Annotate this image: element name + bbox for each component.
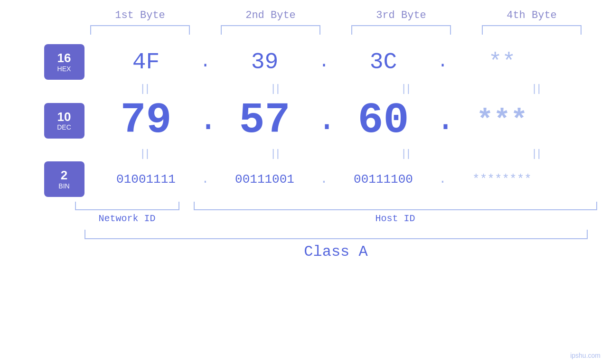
dec-byte4-cell: *** bbox=[450, 104, 554, 137]
hex-badge-label: HEX bbox=[57, 65, 71, 73]
network-id-label: Network ID bbox=[75, 213, 179, 224]
bracket-top-1 bbox=[90, 25, 190, 35]
byte3-header: 3rd Byte bbox=[349, 9, 453, 21]
bin-dot2: . bbox=[317, 172, 331, 187]
hex-values-row: 4F . 39 . 3C . ** bbox=[94, 49, 590, 75]
bin-dot1: . bbox=[198, 172, 213, 187]
hex-byte1: 4F bbox=[132, 49, 160, 75]
dec-byte3: 60 bbox=[357, 96, 409, 145]
hex-byte1-cell: 4F bbox=[94, 49, 198, 75]
bin-byte1-cell: 01001111 bbox=[94, 172, 198, 187]
hex-byte3: 3C bbox=[370, 49, 397, 75]
bin-byte2-cell: 00111001 bbox=[213, 172, 317, 187]
host-id-label: Host ID bbox=[194, 213, 597, 224]
dec-badge-num: 10 bbox=[57, 110, 71, 124]
bracket-top-3 bbox=[351, 25, 451, 35]
equals-row-2: || || || || bbox=[81, 145, 603, 161]
bin-badge-num: 2 bbox=[61, 168, 67, 182]
bin-byte2: 00111001 bbox=[235, 172, 294, 187]
hex-byte4: ** bbox=[488, 49, 516, 75]
bin-byte4: ******** bbox=[472, 172, 532, 187]
large-bottom-bracket bbox=[84, 230, 588, 239]
bin-badge-label: BIN bbox=[58, 182, 69, 190]
dec-byte3-cell: 60 bbox=[331, 96, 436, 145]
eq2-b1: || bbox=[94, 147, 198, 159]
bin-badge: 2 BIN bbox=[44, 161, 84, 197]
dec-badge-label: DEC bbox=[57, 123, 71, 131]
bracket-top-4 bbox=[482, 25, 582, 35]
watermark: ipshu.com bbox=[570, 352, 601, 359]
spacer2 bbox=[179, 213, 194, 224]
main-container: 1st Byte 2nd Byte 3rd Byte 4th Byte 16 H… bbox=[0, 0, 610, 364]
eq1-b1: || bbox=[94, 82, 198, 94]
bin-byte3-cell: 00111100 bbox=[331, 172, 436, 187]
byte1-header: 1st Byte bbox=[88, 9, 192, 21]
hex-dot3: . bbox=[436, 52, 450, 72]
bracket-top-2 bbox=[221, 25, 320, 35]
bin-values-row: 01001111 . 00111001 . 00111100 . *******… bbox=[94, 172, 590, 187]
eq1-b2: || bbox=[225, 82, 329, 94]
network-bottom-bracket bbox=[75, 202, 179, 210]
bin-byte4-cell: ******** bbox=[450, 172, 554, 187]
dec-byte1: 79 bbox=[120, 96, 171, 145]
bottom-brackets-container bbox=[75, 202, 597, 210]
host-bottom-bracket bbox=[194, 202, 597, 210]
class-label: Class A bbox=[75, 243, 597, 261]
eq1-b3: || bbox=[355, 82, 460, 94]
dec-byte1-cell: 79 bbox=[94, 96, 198, 145]
top-brackets bbox=[75, 25, 597, 35]
bin-byte1: 01001111 bbox=[116, 172, 176, 187]
dec-dot1: . bbox=[198, 104, 213, 137]
byte-headers: 1st Byte 2nd Byte 3rd Byte 4th Byte bbox=[75, 9, 597, 21]
hex-badge-num: 16 bbox=[57, 51, 71, 65]
bin-byte3: 00111100 bbox=[354, 172, 413, 187]
hex-byte4-cell: ** bbox=[450, 49, 554, 75]
eq2-b3: || bbox=[355, 147, 460, 159]
byte2-header: 2nd Byte bbox=[218, 9, 323, 21]
hex-byte3-cell: 3C bbox=[331, 49, 436, 75]
dec-dot3: . bbox=[436, 104, 450, 137]
hex-byte2: 39 bbox=[251, 49, 279, 75]
hex-badge: 16 HEX bbox=[44, 44, 84, 80]
equals-row-1: || || || || bbox=[81, 80, 603, 96]
hex-dot1: . bbox=[198, 52, 213, 72]
dec-byte4: *** bbox=[476, 104, 527, 137]
hex-dot2: . bbox=[317, 52, 331, 72]
byte4-header: 4th Byte bbox=[479, 9, 584, 21]
dec-byte2-cell: 57 bbox=[213, 96, 317, 145]
bin-dot3: . bbox=[436, 172, 450, 187]
dec-badge: 10 DEC bbox=[44, 103, 84, 139]
dec-dot2: . bbox=[317, 104, 331, 137]
hex-byte2-cell: 39 bbox=[213, 49, 317, 75]
dec-values-row: 79 . 57 . 60 . *** bbox=[94, 96, 590, 145]
eq1-b4: || bbox=[486, 82, 590, 94]
eq2-b4: || bbox=[486, 147, 590, 159]
eq2-b2: || bbox=[225, 147, 329, 159]
id-labels-row: Network ID Host ID bbox=[75, 213, 597, 224]
dec-byte2: 57 bbox=[239, 96, 290, 145]
